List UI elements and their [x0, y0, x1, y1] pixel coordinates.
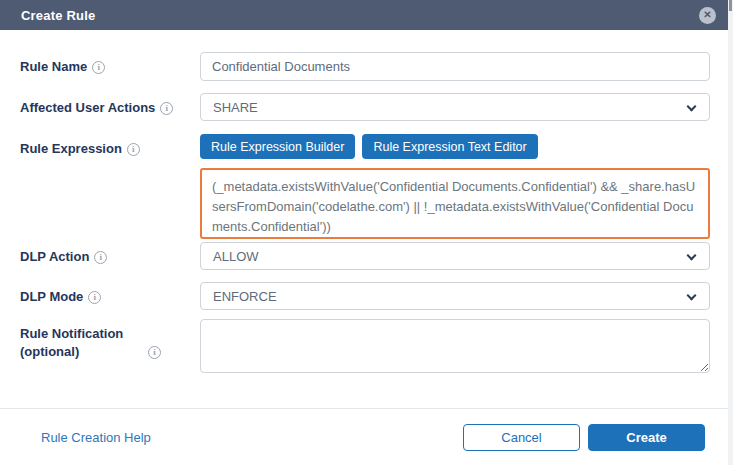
info-icon[interactable]: i — [160, 102, 173, 115]
dlp-action-label: DLP Actioni — [20, 242, 200, 266]
info-icon[interactable]: i — [88, 291, 101, 304]
close-icon[interactable]: ✕ — [699, 7, 716, 24]
create-button[interactable]: Create — [588, 424, 705, 451]
info-icon[interactable]: i — [94, 251, 107, 264]
dialog-body: Rule Namei Affected User Actionsi SHARE … — [0, 30, 728, 377]
scrollbar-thumb[interactable] — [729, 0, 732, 11]
rule-expression-label: Rule Expressioni — [20, 134, 200, 158]
cancel-button[interactable]: Cancel — [463, 424, 580, 451]
dlp-mode-select[interactable]: ENFORCE — [200, 282, 710, 310]
dialog-title: Create Rule — [21, 8, 95, 23]
dlp-action-row: DLP Actioni ALLOW — [20, 242, 705, 270]
rule-name-input[interactable] — [200, 52, 710, 81]
dlp-action-select[interactable]: ALLOW — [200, 242, 710, 270]
affected-user-actions-row: Affected User Actionsi SHARE — [20, 93, 705, 121]
affected-user-actions-select[interactable]: SHARE — [200, 93, 710, 121]
rule-name-row: Rule Namei — [20, 52, 705, 81]
rule-name-label: Rule Namei — [20, 52, 200, 76]
rule-notification-label: Rule Notification (optional) i — [20, 319, 200, 361]
affected-user-actions-label: Affected User Actionsi — [20, 93, 200, 117]
dlp-mode-row: DLP Modei ENFORCE — [20, 282, 705, 310]
dialog-footer: Rule Creation Help Cancel Create — [0, 408, 728, 465]
info-icon[interactable]: i — [127, 143, 140, 156]
chevron-down-icon — [687, 102, 697, 112]
dlp-action-value: ALLOW — [213, 249, 259, 264]
rule-expression-row: Rule Expressioni Rule Expression Builder… — [20, 134, 705, 242]
rule-notification-textarea[interactable] — [200, 319, 710, 373]
chevron-down-icon — [687, 291, 697, 301]
dlp-mode-label: DLP Modei — [20, 282, 200, 306]
create-rule-dialog: Create Rule ✕ Rule Namei Affected User A… — [0, 0, 733, 465]
rule-expression-builder-button[interactable]: Rule Expression Builder — [200, 134, 355, 159]
dlp-mode-value: ENFORCE — [213, 289, 277, 304]
dialog-header: Create Rule ✕ — [0, 0, 728, 30]
rule-notification-row: Rule Notification (optional) i — [20, 319, 705, 377]
info-icon[interactable]: i — [92, 61, 105, 74]
chevron-down-icon — [687, 251, 697, 261]
affected-user-actions-value: SHARE — [213, 100, 258, 115]
rule-creation-help-link[interactable]: Rule Creation Help — [41, 430, 151, 445]
info-icon[interactable]: i — [148, 346, 161, 359]
page-edge-sliver — [728, 0, 733, 465]
rule-expression-text-editor-button[interactable]: Rule Expression Text Editor — [362, 134, 537, 159]
rule-expression-textarea[interactable]: (_metadata.existsWithValue('Confidential… — [200, 168, 710, 239]
